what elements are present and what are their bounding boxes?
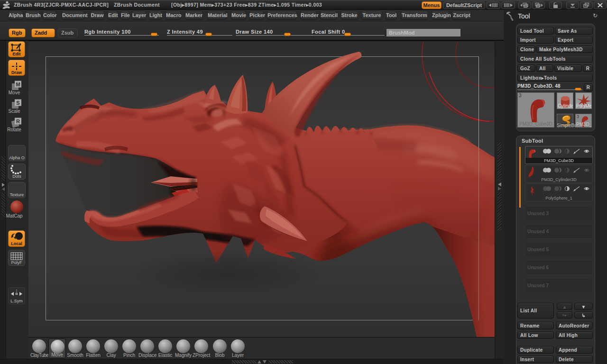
svg-text:R: R — [16, 118, 20, 124]
svg-text:M: M — [16, 82, 20, 87]
svg-text:S: S — [16, 100, 19, 106]
